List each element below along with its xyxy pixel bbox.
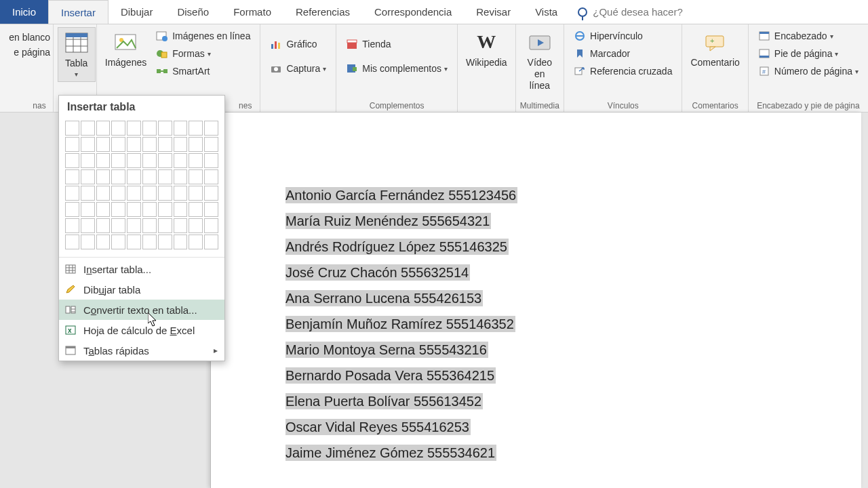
- grid-cell[interactable]: [111, 169, 125, 184]
- grid-cell[interactable]: [96, 218, 111, 233]
- grid-cell[interactable]: [174, 235, 188, 249]
- grid-cell[interactable]: [174, 218, 188, 233]
- grid-cell[interactable]: [65, 121, 79, 136]
- grid-cell[interactable]: [142, 218, 157, 233]
- menu-quick-tables[interactable]: Tablas rápidas ▸: [59, 340, 224, 361]
- document-page[interactable]: Antonio García Fernández 555123456 María…: [210, 113, 861, 488]
- grid-cell[interactable]: [127, 121, 141, 136]
- images-button[interactable]: Imágenes: [101, 27, 151, 71]
- grid-cell[interactable]: [111, 153, 125, 168]
- wikipedia-button[interactable]: W Wikipedia: [462, 27, 511, 71]
- grid-cell[interactable]: [111, 137, 125, 152]
- crossref-button[interactable]: Referencia cruzada: [571, 64, 675, 79]
- grid-cell[interactable]: [111, 121, 125, 136]
- grid-cell[interactable]: [96, 169, 111, 184]
- grid-cell[interactable]: [174, 169, 188, 184]
- grid-cell[interactable]: [127, 202, 141, 217]
- tell-me-search[interactable]: ¿Qué desea hacer?: [570, 0, 868, 24]
- grid-cell[interactable]: [81, 169, 95, 184]
- grid-cell[interactable]: [189, 137, 203, 152]
- grid-cell[interactable]: [96, 137, 111, 152]
- grid-cell[interactable]: [158, 137, 172, 152]
- grid-cell[interactable]: [111, 202, 125, 217]
- selected-text-block[interactable]: Antonio García Fernández 555123456 María…: [285, 188, 517, 472]
- tab-dibujar[interactable]: Dibujar: [108, 0, 165, 24]
- footer-button[interactable]: Pie de página▾: [755, 46, 861, 61]
- grid-cell[interactable]: [81, 153, 95, 168]
- chart-button[interactable]: Gráfico: [267, 37, 329, 52]
- grid-cell[interactable]: [189, 202, 203, 217]
- online-video-button[interactable]: Vídeo en línea: [520, 27, 559, 94]
- grid-cell[interactable]: [142, 186, 157, 201]
- pagenumber-button[interactable]: # Número de página▾: [755, 64, 861, 79]
- grid-cell[interactable]: [158, 235, 172, 249]
- grid-cell[interactable]: [158, 121, 172, 136]
- bookmark-button[interactable]: Marcador: [571, 46, 675, 61]
- hyperlink-button[interactable]: Hipervínculo: [571, 28, 675, 43]
- grid-cell[interactable]: [204, 202, 218, 217]
- grid-cell[interactable]: [158, 169, 172, 184]
- grid-cell[interactable]: [81, 137, 95, 152]
- shapes-button[interactable]: Formas▾: [153, 46, 253, 61]
- grid-cell[interactable]: [65, 137, 79, 152]
- grid-cell[interactable]: [81, 121, 95, 136]
- menu-convert-text-to-table[interactable]: Convertir texto en tabla...: [59, 300, 224, 320]
- grid-cell[interactable]: [204, 153, 218, 168]
- menu-draw-table[interactable]: Dibujar tabla: [59, 279, 224, 300]
- grid-cell[interactable]: [127, 169, 141, 184]
- grid-cell[interactable]: [142, 137, 157, 152]
- my-addins-button[interactable]: Mis complementos▾: [343, 61, 450, 76]
- grid-cell[interactable]: [174, 186, 188, 201]
- grid-cell[interactable]: [142, 235, 157, 249]
- tab-insertar[interactable]: Insertar: [48, 0, 108, 24]
- grid-cell[interactable]: [204, 169, 218, 184]
- grid-cell[interactable]: [174, 153, 188, 168]
- grid-cell[interactable]: [127, 137, 141, 152]
- grid-cell[interactable]: [142, 153, 157, 168]
- grid-cell[interactable]: [174, 137, 188, 152]
- grid-cell[interactable]: [158, 153, 172, 168]
- grid-cell[interactable]: [127, 235, 141, 249]
- grid-cell[interactable]: [65, 153, 79, 168]
- grid-cell[interactable]: [96, 235, 111, 249]
- screenshot-button[interactable]: Captura▾: [267, 61, 329, 76]
- grid-cell[interactable]: [189, 186, 203, 201]
- grid-cell[interactable]: [189, 218, 203, 233]
- grid-cell[interactable]: [127, 153, 141, 168]
- grid-cell[interactable]: [65, 169, 79, 184]
- grid-cell[interactable]: [65, 202, 79, 217]
- grid-cell[interactable]: [204, 235, 218, 249]
- grid-cell[interactable]: [111, 186, 125, 201]
- grid-cell[interactable]: [142, 202, 157, 217]
- tab-formato[interactable]: Formato: [221, 0, 283, 24]
- grid-cell[interactable]: [174, 202, 188, 217]
- tab-vista[interactable]: Vista: [523, 0, 570, 24]
- grid-cell[interactable]: [65, 235, 79, 249]
- grid-cell[interactable]: [81, 186, 95, 201]
- grid-cell[interactable]: [111, 218, 125, 233]
- store-button[interactable]: Tienda: [343, 37, 450, 52]
- grid-cell[interactable]: [65, 218, 79, 233]
- grid-cell[interactable]: [81, 202, 95, 217]
- grid-cell[interactable]: [189, 153, 203, 168]
- grid-cell[interactable]: [127, 218, 141, 233]
- tab-correspondencia[interactable]: Correspondencia: [362, 0, 464, 24]
- online-images-button[interactable]: Imágenes en línea: [153, 28, 253, 43]
- grid-cell[interactable]: [204, 121, 218, 136]
- menu-excel-spreadsheet[interactable]: x Hoja de cálculo de Excel: [59, 320, 224, 340]
- tab-revisar[interactable]: Revisar: [464, 0, 523, 24]
- smartart-button[interactable]: SmartArt: [153, 64, 253, 79]
- grid-cell[interactable]: [189, 235, 203, 249]
- table-button[interactable]: Tabla ▾: [58, 27, 96, 82]
- grid-cell[interactable]: [189, 169, 203, 184]
- grid-cell[interactable]: [81, 235, 95, 249]
- grid-cell[interactable]: [158, 202, 172, 217]
- grid-cell[interactable]: [65, 186, 79, 201]
- table-size-grid[interactable]: [59, 117, 224, 256]
- grid-cell[interactable]: [96, 202, 111, 217]
- grid-cell[interactable]: [96, 153, 111, 168]
- grid-cell[interactable]: [174, 121, 188, 136]
- tab-referencias[interactable]: Referencias: [283, 0, 362, 24]
- menu-insert-table[interactable]: Insertar tabla...: [59, 259, 224, 279]
- grid-cell[interactable]: [96, 121, 111, 136]
